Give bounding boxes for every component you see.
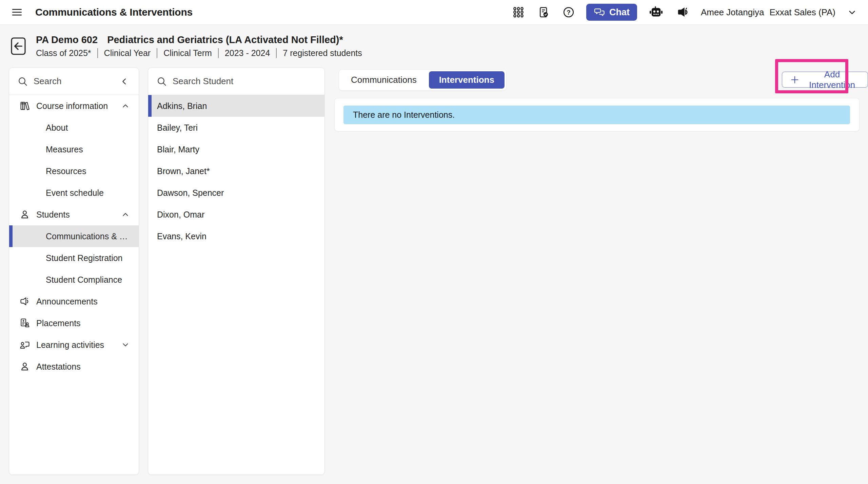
sidebar-item-label: Student Compliance [46, 275, 130, 285]
page-title: Communications & Interventions [35, 6, 193, 18]
chevron-up-icon [121, 210, 130, 219]
sidebar-item-label: About [46, 123, 130, 133]
student-list-item[interactable]: Evans, Kevin [148, 225, 324, 247]
sidebar-item-label: Student Registration [46, 253, 130, 263]
topbar: Communications & Interventions ? [0, 0, 868, 25]
chevron-up-icon [121, 101, 130, 110]
svg-text:?: ? [567, 9, 570, 16]
chat-button-label: Chat [609, 7, 630, 18]
chevron-left-icon[interactable] [118, 75, 131, 88]
chat-button[interactable]: Chat [586, 4, 637, 21]
sidebar-item-label: Announcements [36, 297, 130, 306]
placement-doc-person-icon [19, 318, 30, 329]
user-name: Amee Jotangiya [701, 7, 764, 18]
students-panel: Adkins, Brian Bailey, Teri Blair, Marty … [148, 68, 325, 475]
megaphone-outline-icon [19, 296, 30, 307]
search-icon [17, 76, 28, 87]
student-name: Evans, Kevin [157, 231, 206, 241]
student-list-item[interactable]: Bailey, Teri [148, 117, 324, 138]
sidebar-item-placements[interactable]: Placements [9, 312, 139, 334]
back-arrow-icon[interactable] [10, 36, 26, 56]
sidebar-item-course-information[interactable]: Course information [9, 95, 139, 117]
sidebar-item-communications-interventions[interactable]: Communications & Inter… [9, 225, 139, 247]
student-name: Adkins, Brian [157, 101, 207, 111]
selected-accent-bar [148, 95, 152, 117]
student-list-item[interactable]: Dawson, Spencer [148, 182, 324, 204]
course-code: PA Demo 602 [36, 34, 98, 45]
course-title: Pediatrics and Geriatrics (LA Activated … [107, 34, 343, 45]
plus-icon [790, 75, 800, 85]
add-intervention-label: Add Intervention [804, 69, 860, 90]
student-list-item[interactable]: Brown, Janet* [148, 160, 324, 182]
megaphone-icon[interactable] [675, 4, 691, 20]
student-name: Blair, Marty [157, 145, 199, 154]
search-icon [156, 76, 167, 87]
sidebar-item-about[interactable]: About [9, 117, 139, 138]
sidebar-item-label: Course information [36, 101, 115, 111]
tab-communications[interactable]: Communications [341, 71, 427, 89]
sidebar-item-measures[interactable]: Measures [9, 138, 139, 160]
sidebar-nav: Course information About Measures Resour… [9, 95, 139, 377]
meta-registered: 7 registered students [276, 48, 368, 58]
student-list-item[interactable]: Adkins, Brian [148, 95, 324, 117]
student-name: Dixon, Omar [157, 210, 204, 220]
empty-state-banner: There are no Interventions. [343, 106, 850, 124]
person-icon [19, 361, 30, 372]
apps-grid-icon[interactable] [511, 5, 526, 20]
meta-class: Class of 2025* [36, 48, 97, 58]
student-name: Bailey, Teri [157, 123, 198, 133]
sidebar-item-event-schedule[interactable]: Event schedule [9, 182, 139, 204]
sidebar-item-attestations[interactable]: Attestations [9, 356, 139, 377]
chat-bubbles-icon [594, 6, 605, 18]
sidebar-item-label: Placements [36, 318, 130, 328]
user-org: Exxat Sales (PA) [769, 7, 835, 18]
student-list-item[interactable]: Dixon, Omar [148, 204, 324, 225]
sidebar-search [9, 68, 139, 95]
communications-interventions-tabs: Communications Interventions [339, 69, 507, 91]
hamburger-menu-icon[interactable] [9, 5, 24, 20]
sidebar-item-learning-activities[interactable]: Learning activities [9, 334, 139, 356]
user-menu[interactable]: Amee Jotangiya Exxat Sales (PA) [701, 7, 835, 18]
chevron-down-icon[interactable] [846, 6, 859, 19]
student-search-input[interactable] [173, 76, 316, 87]
sidebar-item-label: Event schedule [46, 188, 130, 198]
sidebar-item-announcements[interactable]: Announcements [9, 291, 139, 312]
meta-term: Clinical Term [157, 48, 218, 58]
tab-interventions[interactable]: Interventions [429, 71, 505, 89]
student-name: Brown, Janet* [157, 166, 210, 176]
sidebar-item-label: Measures [46, 145, 130, 154]
sidebar-item-student-registration[interactable]: Student Registration [9, 247, 139, 269]
sidebar-item-resources[interactable]: Resources [9, 160, 139, 182]
help-circle-icon[interactable]: ? [561, 5, 576, 20]
person-icon [19, 209, 30, 220]
sidebar-item-label: Attestations [36, 362, 130, 372]
course-nav-sidebar: Course information About Measures Resour… [9, 68, 139, 475]
course-meta: Class of 2025* Clinical Year Clinical Te… [36, 48, 368, 58]
books-icon [19, 100, 30, 111]
sidebar-item-student-compliance[interactable]: Student Compliance [9, 269, 139, 291]
sidebar-item-label: Students [36, 210, 115, 220]
course-header: PA Demo 602 Pediatrics and Geriatrics (L… [0, 25, 868, 68]
sidebar-item-students[interactable]: Students [9, 204, 139, 225]
learning-activities-icon [19, 339, 30, 350]
student-list: Adkins, Brian Bailey, Teri Blair, Marty … [148, 95, 324, 247]
robot-icon[interactable] [647, 3, 665, 21]
meta-dates: 2023 - 2024 [218, 48, 276, 58]
sidebar-search-input[interactable] [34, 76, 113, 87]
add-intervention-button[interactable]: Add Intervention [782, 72, 868, 88]
sidebar-item-label: Learning activities [36, 340, 115, 350]
student-list-item[interactable]: Blair, Marty [148, 138, 324, 160]
student-name: Dawson, Spencer [157, 188, 224, 198]
chevron-down-icon [121, 340, 130, 349]
selected-accent-bar [9, 225, 13, 247]
report-check-icon[interactable] [536, 5, 551, 20]
sidebar-item-label: Resources [46, 166, 130, 176]
sidebar-item-label: Communications & Inter… [46, 231, 130, 241]
student-search [148, 68, 324, 95]
meta-year: Clinical Year [97, 48, 157, 58]
interventions-content-card: There are no Interventions. [334, 98, 860, 131]
